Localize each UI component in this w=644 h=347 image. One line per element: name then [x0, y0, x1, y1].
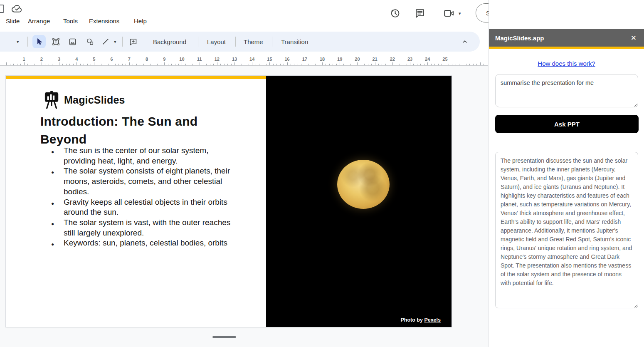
- transition-button[interactable]: Transition: [275, 35, 314, 48]
- ruler-tick: [175, 64, 175, 65]
- image-icon: [68, 37, 77, 46]
- toolbar-divider: [27, 37, 28, 47]
- menu-arrange[interactable]: Arrange: [25, 16, 52, 26]
- insert-image-button[interactable]: [66, 35, 79, 48]
- cursor-icon: [35, 37, 43, 46]
- ruler-tick: [350, 64, 351, 65]
- ruler-tick: [17, 64, 17, 65]
- ruler-tick: [269, 62, 270, 65]
- bullet-item: The solar system consists of eight plane…: [49, 166, 232, 197]
- insert-shape-button[interactable]: [83, 35, 96, 48]
- ruler-tick: [133, 64, 133, 65]
- sidebar-header: MagicSlides.app ✕: [489, 29, 644, 47]
- slide[interactable]: MagicSlides Introduction: The Sun and Be…: [6, 76, 452, 327]
- slide-title[interactable]: Introduction: The Sun and Beyond: [40, 112, 223, 148]
- menu-tools[interactable]: Tools: [61, 16, 80, 26]
- toolbar-divider: [235, 37, 236, 47]
- ruler-tick: [45, 64, 45, 65]
- ruler-number: 1: [23, 57, 25, 62]
- ruler-tick: [259, 64, 259, 65]
- ruler-tick: [266, 64, 266, 65]
- ruler-tick: [98, 64, 98, 65]
- toolbar-overflow-caret-icon[interactable]: ▾: [17, 39, 19, 45]
- pexels-link[interactable]: Pexels: [424, 317, 441, 323]
- camera-dropdown-icon[interactable]: ▾: [459, 11, 461, 16]
- ruler-track[interactable]: 1234567891011121314151617181920212223242…: [0, 52, 488, 66]
- toolbar: ▾: [0, 32, 480, 52]
- how-does-this-work-link[interactable]: How does this work?: [538, 60, 595, 67]
- ruler-tick: [392, 62, 393, 65]
- summary-output[interactable]: [495, 152, 638, 308]
- moon-photo: [337, 160, 390, 209]
- background-button[interactable]: Background: [147, 35, 192, 48]
- ruler-number: 14: [249, 57, 254, 62]
- magicslides-google-slides-app: Slide Arrange Tools Extensions Help ▾: [0, 0, 644, 347]
- ruler-tick: [336, 64, 337, 65]
- ruler-tick: [52, 64, 52, 65]
- ruler-tick: [126, 64, 126, 65]
- ruler-tick: [101, 64, 101, 65]
- star-icon[interactable]: [0, 5, 4, 13]
- close-icon[interactable]: ✕: [629, 33, 638, 43]
- menu-help[interactable]: Help: [131, 16, 149, 26]
- text-box-button[interactable]: [49, 35, 62, 48]
- text-box-icon: [52, 37, 60, 46]
- ruler-tick: [234, 62, 235, 65]
- select-tool-button[interactable]: [32, 35, 46, 48]
- ruler-tick: [182, 62, 182, 65]
- ruler-tick: [420, 64, 421, 65]
- ruler-tick: [242, 64, 242, 65]
- speaker-notes-drag-handle[interactable]: [212, 336, 236, 338]
- ruler-tick: [298, 64, 298, 65]
- shape-icon: [86, 37, 94, 46]
- ruler-number: 17: [302, 57, 307, 62]
- comments-icon[interactable]: [414, 7, 426, 19]
- ruler-tick: [431, 64, 432, 65]
- ruler-tick: [371, 64, 372, 65]
- ruler-tick: [410, 62, 410, 65]
- sidebar-title: MagicSlides.app: [495, 35, 629, 42]
- ruler-tick: [66, 64, 67, 65]
- slide-canvas[interactable]: MagicSlides Introduction: The Sun and Be…: [0, 66, 488, 347]
- ask-ppt-button[interactable]: Ask PPT: [495, 115, 639, 133]
- prompt-input[interactable]: [495, 74, 638, 107]
- ruler-tick: [185, 64, 186, 65]
- ruler-number: 10: [179, 57, 184, 62]
- meet-camera-icon[interactable]: [443, 7, 455, 19]
- ruler-tick: [466, 64, 466, 65]
- line-dropdown-icon[interactable]: ▾: [114, 39, 116, 45]
- ruler-tick: [62, 64, 63, 65]
- ruler-tick: [35, 64, 35, 65]
- ruler-tick: [108, 64, 109, 65]
- ruler-tick: [213, 64, 214, 65]
- ruler-tick: [129, 62, 130, 65]
- ruler-tick: [319, 64, 319, 65]
- ruler-tick: [80, 64, 81, 65]
- ruler-tick: [76, 62, 77, 65]
- ruler-tick: [203, 64, 203, 65]
- insert-line-button[interactable]: [99, 35, 112, 48]
- slide-bullet-list[interactable]: The sun is the center of our solar syste…: [49, 146, 232, 248]
- ruler-tick: [31, 64, 31, 65]
- menu-extensions[interactable]: Extensions: [86, 16, 122, 26]
- ruler-tick: [189, 64, 189, 65]
- ruler-tick: [378, 64, 379, 65]
- ruler-tick: [6, 62, 7, 65]
- hide-menus-button[interactable]: [459, 36, 471, 47]
- menu-slide[interactable]: Slide: [3, 16, 22, 26]
- add-comment-button[interactable]: [126, 35, 140, 48]
- theme-button[interactable]: Theme: [238, 35, 269, 48]
- ruler-tick: [20, 64, 21, 65]
- ruler-tick: [168, 64, 168, 65]
- ruler-number: 4: [75, 57, 78, 62]
- layout-button[interactable]: Layout: [201, 35, 232, 48]
- toolbar-divider: [198, 37, 198, 47]
- ruler-tick: [456, 64, 456, 65]
- version-history-icon[interactable]: [389, 7, 401, 19]
- slide-image[interactable]: Photo by Pexels: [266, 76, 452, 327]
- bullet-item: Keywords: sun, planets, celestial bodies…: [49, 238, 232, 248]
- logo-text: MagicSlides: [64, 94, 125, 106]
- ruler-tick: [150, 64, 151, 65]
- ruler-tick: [480, 62, 481, 65]
- ruler-number: 3: [58, 57, 60, 62]
